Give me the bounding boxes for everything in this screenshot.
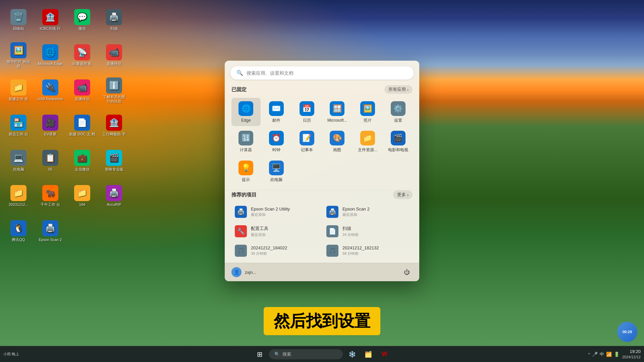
desktop-icon-live-stream[interactable]: 📹 直播伴侣	[99, 39, 129, 72]
pinned-app-photos[interactable]: 🖼️ 照片	[353, 98, 382, 126]
icon-image-new-folder: 📁	[10, 79, 26, 96]
all-apps-button[interactable]: 所有应用 ›	[384, 85, 413, 94]
app-label-calculator: 计算器	[240, 147, 252, 152]
rec-item-config-tool[interactable]: 🔧 配置工具 最近添加	[231, 223, 321, 240]
task-view-icon: 🗂️	[365, 351, 372, 358]
rec-info-scan: 扫描 24 分钟前	[342, 226, 359, 237]
rec-name-scan: 扫描	[342, 226, 359, 232]
rec-icon-epson-scan2: 🖨️	[326, 206, 338, 218]
power-button[interactable]: ⏻	[401, 266, 413, 278]
expand-tray-icon[interactable]: ^	[588, 352, 590, 356]
rec-item-file-20241212-182132[interactable]: 🎵 20241212_182132 58 分钟前	[323, 242, 413, 259]
pinned-app-mail[interactable]: ✉️ 邮件	[262, 98, 291, 126]
pinned-app-edge[interactable]: 🌐 Edge	[231, 98, 261, 126]
rec-icon-epson-scan2-util: 🖨️	[235, 206, 247, 218]
desktop-icon-ev-rec[interactable]: 🎥 EV录屏	[35, 109, 65, 142]
icon-image-num05: 📋	[42, 150, 58, 166]
windows-button[interactable]: ⊞	[253, 348, 266, 361]
desktop-icon-edge[interactable]: 🌐 Microsoft Edge	[35, 39, 65, 72]
desktop-icon-photo-cutter[interactable]: 🖼️ 抠中烂片 的信息	[3, 39, 34, 72]
desktop-icon-store-work[interactable]: 🏪 拼店工作 台	[3, 109, 34, 142]
search-bar[interactable]: 🔍	[230, 66, 414, 80]
desktop-icon-live-stream2[interactable]: 📹 直播伴侣	[67, 74, 97, 107]
icon-image-accurip: 🖨️	[106, 185, 122, 201]
search-icon: 🔍	[236, 70, 243, 76]
widgets-button[interactable]: ❄️	[345, 348, 359, 361]
pinned-app-clock[interactable]: ⏰ 时钟	[262, 127, 291, 156]
wifi-icon[interactable]: 📶	[606, 352, 612, 357]
battery-icon[interactable]: 🔋	[614, 352, 620, 357]
pinned-app-calendar[interactable]: 📅 日历	[292, 98, 321, 126]
wps-button[interactable]: W	[378, 348, 391, 361]
time-display[interactable]: 19:20 2024/12/12	[622, 349, 641, 359]
app-label-settings: 设置	[394, 118, 402, 123]
icon-label-scanner: 扫描	[110, 26, 118, 31]
app-icon-calendar: 📅	[300, 101, 314, 116]
pinned-app-calculator[interactable]: 🔢 计算器	[231, 127, 261, 156]
icon-label-date-folder: 20231212...	[9, 202, 28, 207]
desktop-icon-accurip[interactable]: 🖨️ AccuRIP	[99, 179, 129, 213]
taskbar-search[interactable]: 🔍 搜索	[269, 349, 343, 359]
icon-image-recycle-bin: 🗑️	[10, 9, 26, 25]
desktop-icon-icbc-online[interactable]: 🏦 ICBC在线 行	[35, 3, 65, 37]
language-icon[interactable]: 中	[600, 351, 604, 357]
desktop-icon-redirect[interactable]: 📡 向量遥控 机	[67, 39, 97, 72]
desktop-icon-new-folder[interactable]: 📁 新建文件 夹	[3, 74, 34, 107]
rec-item-file-20241212-184022[interactable]: 🎵 20241212_184022 39 分钟前	[231, 242, 321, 259]
rec-time-scan: 24 分钟前	[342, 232, 359, 237]
rec-time-config-tool: 最近添加	[251, 232, 268, 237]
desktop-icon-recycle-bin[interactable]: 🗑️ 回收站	[3, 3, 34, 37]
desktop-icon-wechat[interactable]: 💬 微信	[67, 3, 97, 37]
icon-label-this-pc: 此电脑	[13, 167, 24, 172]
task-view-button[interactable]: 🗂️	[362, 348, 375, 361]
desktop-icon-understand-img[interactable]: ℹ️ 了解有关此图 片的信息	[99, 74, 129, 107]
desktop-icon-tencent-qq[interactable]: 🐧 腾讯QQ	[3, 215, 34, 248]
rec-info-file-20241212-182132: 20241212_182132 58 分钟前	[342, 245, 379, 256]
pinned-app-this-pc[interactable]: 🖥️ 此电脑	[262, 157, 291, 185]
desktop-icon-jianying[interactable]: 🎬 剪映专业版	[99, 144, 129, 178]
mic-icon[interactable]: 🎤	[592, 352, 598, 357]
start-menu-footer: 👤 zxjn... ⏻	[225, 263, 419, 281]
icon-label-live-stream: 直播伴侣	[107, 62, 121, 66]
app-icon-tips: 💡	[238, 161, 253, 175]
desktop-icon-date-folder[interactable]: 📁 20231212...	[3, 179, 34, 213]
taskbar-search-label: 搜索	[282, 351, 291, 357]
pinned-app-microsoft-store[interactable]: 🪟 Microsoft...	[323, 98, 352, 126]
icon-image-scanner: 🖨️	[106, 9, 122, 25]
pinned-app-paint[interactable]: 🎨 画图	[323, 127, 352, 156]
desktop-icon-corp-wechat[interactable]: 💼 企业微信	[67, 144, 97, 178]
icon-image-usb-redirect: 🔌	[42, 79, 58, 96]
desktop-icon-num64[interactable]: 📁 164	[67, 179, 97, 213]
pinned-app-tips[interactable]: 💡 提示	[231, 157, 261, 185]
icon-label-recycle-bin: 回收站	[13, 26, 24, 31]
rec-item-scan[interactable]: 📄 扫描 24 分钟前	[323, 223, 413, 240]
icon-image-icbc-online: 🏦	[42, 9, 58, 25]
pinned-app-movies[interactable]: 🎬 电影和电视	[383, 127, 413, 156]
desktop-icon-num05[interactable]: 📋 05	[35, 144, 65, 178]
pinned-app-notepad[interactable]: 📝 记事本	[292, 127, 321, 156]
weather-widget[interactable]: 小雨 晚上	[3, 352, 19, 357]
rec-item-epson-scan2-util[interactable]: 🖨️ Epson Scan 2 Utility 最近添加	[231, 203, 321, 221]
app-icon-notepad: 📝	[300, 131, 314, 145]
system-tray: ^ 🎤 中 📶 🔋	[588, 351, 620, 357]
search-input[interactable]	[247, 70, 408, 75]
rec-item-epson-scan2[interactable]: 🖨️ Epson Scan 2 最近添加	[323, 203, 413, 221]
desktop-icon-qieniu[interactable]: 🐂 千牛工作 台	[35, 179, 65, 213]
more-button[interactable]: 更多 ›	[393, 190, 413, 199]
rec-name-file-20241212-184022: 20241212_184022	[251, 245, 287, 250]
pinned-app-file-manager[interactable]: 📁 文件资源...	[353, 127, 382, 156]
desktop-icon-tixing-gong[interactable]: 🏦 工行网银助 手	[99, 109, 129, 142]
desktop-icon-usb-redirect[interactable]: 🔌 USB Redirector	[35, 74, 65, 107]
pinned-app-settings[interactable]: ⚙️ 设置	[383, 98, 413, 126]
desktop-icon-epson-scan2[interactable]: 🖨️ Epson Scan 2	[35, 215, 65, 248]
desktop-icon-scanner[interactable]: 🖨️ 扫描	[99, 3, 129, 37]
app-label-edge: Edge	[241, 118, 251, 123]
user-info[interactable]: 👤 zxjn...	[231, 267, 256, 277]
rec-name-file-20241212-182132: 20241212_182132	[342, 245, 379, 250]
icon-image-store-work: 🏪	[10, 115, 26, 131]
desktop-icon-this-pc[interactable]: 💻 此电脑	[3, 144, 34, 178]
desktop-icon-new-doc[interactable]: 📄 新建 DOC 文 档	[67, 109, 97, 142]
app-icon-calculator: 🔢	[238, 131, 253, 145]
icon-label-num05: 05	[48, 167, 52, 172]
app-label-microsoft-store: Microsoft...	[327, 118, 347, 123]
